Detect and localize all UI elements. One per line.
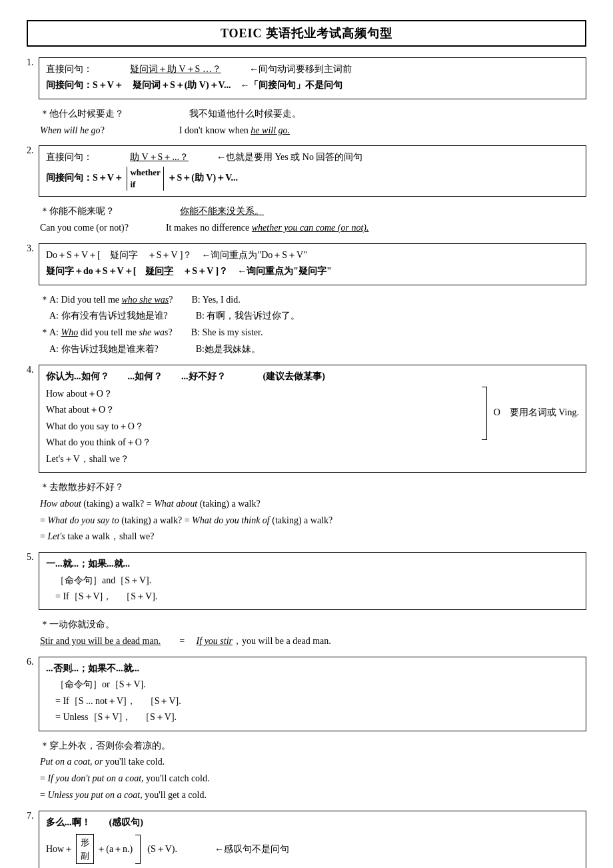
- section3-examples: ＊A: Did you tell me who she was? B: Yes,…: [27, 289, 586, 361]
- section4-l2: What about＋O？: [46, 403, 475, 417]
- section6-l2: = If［S ... not＋V]， ［S＋V].: [46, 694, 579, 709]
- section5-l2: = If［S＋V]， ［S＋V].: [46, 589, 579, 604]
- section3-line2: 疑问字＋do＋S＋V＋[ 疑问字 ＋S＋V ]？ ←询问重点为"疑问字": [46, 264, 579, 279]
- section-num-4: 4.: [27, 365, 39, 375]
- section7-bracket-2: 副: [81, 849, 89, 863]
- page-title: TOEIC 英语托业考试高频句型: [27, 20, 586, 47]
- section5-l1: ［命令句］and［S＋V].: [46, 573, 579, 588]
- section-num-5: 5.: [27, 552, 39, 563]
- section-num-6: 6.: [27, 657, 39, 667]
- section6-l3: = Unless［S＋V]， ［S＋V].: [46, 710, 579, 725]
- section7-bracket-1: 形: [81, 836, 89, 849]
- section7-title: 多么...啊！ (感叹句): [46, 815, 579, 830]
- section6-title: ...否则...；如果不...就...: [46, 661, 579, 676]
- section-7: 7. 多么...啊！ (感叹句) How＋ 形 副 ＋(a＋n.) (S＋V).…: [27, 811, 586, 868]
- section-2: 2. 直接问句： 助 V＋S＋...？ ←也就是要用 Yes 或 No 回答的间…: [27, 145, 586, 239]
- section4-l5: Let's＋V，shall we？: [46, 452, 475, 467]
- section-3: 3. Do＋S＋V＋[ 疑问字 ＋S＋V ]？ ←询问重点为"Do＋S＋V" 疑…: [27, 243, 586, 361]
- section4-note: O 要用名词或 Ving.: [494, 405, 579, 420]
- section-num-1: 1.: [27, 57, 39, 68]
- section-num-2: 2.: [27, 145, 39, 156]
- section4-l3: What do you say to＋O？: [46, 419, 475, 434]
- section2-examples: ＊你能不能来呢？ 你能不能来没关系。 Can you come (or not)…: [27, 201, 586, 239]
- section7-plus-an: ＋(a＋n.): [97, 843, 133, 855]
- section7-how: How＋: [46, 843, 73, 855]
- section-1: 1. 直接问句： 疑问词＋助 V＋S …？ ←间句动词要移到主词前 间接问句：S…: [27, 57, 586, 141]
- section2-line2: 间接问句：S＋V＋ whether if ＋S＋(助 V)＋V...: [46, 167, 579, 191]
- section7-sv: (S＋V). ←感叹句不是问句: [147, 843, 289, 855]
- section1-examples: ＊他什么时候要走？ 我不知道他什么时候要走。 When will he go? …: [27, 103, 586, 142]
- section1-line2: 间接问句：S＋V＋ 疑问词＋S＋(助 V)＋V... ←「间接问句」不是问句: [46, 78, 579, 93]
- section-num-3: 3.: [27, 243, 39, 254]
- section4-title: 你认为...如何？ ...如何？ ...好不好？ (建议去做某事): [46, 369, 579, 384]
- section2-line1: 直接问句： 助 V＋S＋...？ ←也就是要用 Yes 或 No 回答的间句: [46, 150, 579, 165]
- section4-examples: ＊去散散步好不好？ How about (taking) a walk? = W…: [27, 477, 586, 548]
- section6-l1: ［命令句］or［S＋V].: [46, 677, 579, 692]
- section-4: 4. 你认为...如何？ ...如何？ ...好不好？ (建议去做某事) How…: [27, 365, 586, 549]
- section1-line1: 直接问句： 疑问词＋助 V＋S …？ ←间句动词要移到主词前: [46, 62, 579, 77]
- section-5: 5. 一...就...；如果...就... ［命令句］and［S＋V]. = I…: [27, 552, 586, 653]
- section5-title: 一...就...；如果...就...: [46, 557, 579, 571]
- section3-line1: Do＋S＋V＋[ 疑问字 ＋S＋V ]？ ←询问重点为"Do＋S＋V": [46, 248, 579, 263]
- section-num-7: 7.: [27, 811, 39, 821]
- section6-examples: ＊穿上外衣，否则你会着凉的。 Put on a coat, or you'll …: [27, 735, 586, 807]
- section5-examples: ＊一动你就没命。 Stir and you will be a dead man…: [27, 614, 586, 653]
- section-6: 6. ...否则...；如果不...就... ［命令句］or［S＋V]. = I…: [27, 657, 586, 807]
- section4-l1: How about＋O？: [46, 387, 475, 401]
- section4-l4: What do you think of＋O？: [46, 435, 475, 450]
